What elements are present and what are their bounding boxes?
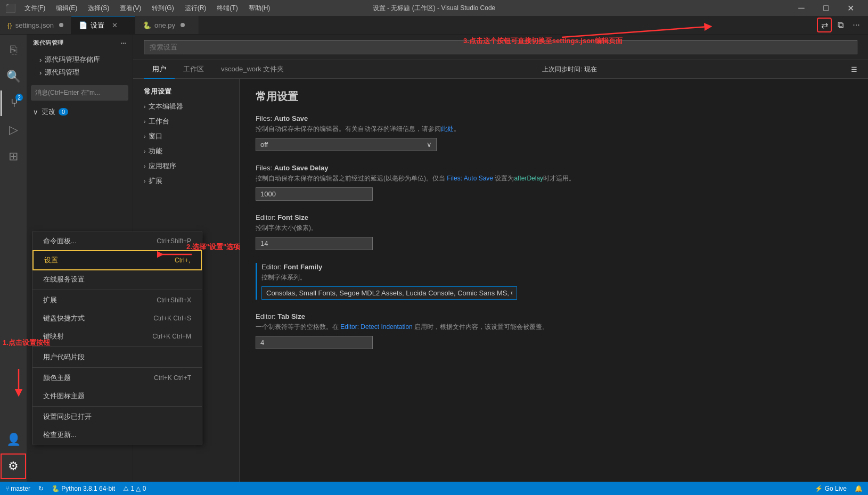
commit-message-box[interactable]: 消息(Ctrl+Enter 在"m... [31,85,128,101]
sidebar-search[interactable]: 🔍 [1,64,26,89]
tab-settings-json[interactable]: {} settings.json [0,16,71,34]
menu-user-snippets[interactable]: 用户代码片段 [32,348,202,366]
more-actions-button[interactable]: ··· [849,18,864,32]
go-live-button[interactable]: ⚡ Go Live [815,485,847,492]
menu-view[interactable]: 查看(V) [116,3,145,14]
python-version[interactable]: 🐍 Python 3.8.1 64-bit [52,485,115,492]
search-icon: 🔍 [6,70,21,84]
tab-settings[interactable]: 📄 设置 ✕ [71,16,135,34]
font-family-bold: Font Family [283,263,322,271]
nav-extensions[interactable]: › 扩展 [133,174,239,188]
menu-command-palette[interactable]: 命令面板... Ctrl+Shift+P [32,232,202,250]
menu-terminal[interactable]: 终端(T) [212,3,242,14]
sidebar-source-control[interactable]: ⑂ 2 [1,90,26,116]
keymaps-shortcut: Ctrl+K Ctrl+M [152,333,191,340]
tabbar-actions: ⇄ ⧉ ··· [817,16,868,34]
color-theme-shortcut: Ctrl+K Ctrl+T [154,374,191,382]
sidebar-settings-gear[interactable]: ⚙ [1,453,26,479]
sidebar-extensions[interactable]: ⊞ [1,144,26,169]
source-repo[interactable]: › 源代码管理存储库 [27,53,133,66]
menu-file[interactable]: 文件(F) [20,3,50,14]
auto-save-value: off [260,141,268,148]
sidebar-explorer[interactable]: ⎘ [1,37,26,63]
font-family-prefix: Editor: [261,263,283,271]
settings-search-input[interactable] [144,40,857,54]
detect-indentation-link[interactable]: Editor: Detect Indentation [340,323,412,331]
tab-one-py[interactable]: 🐍 one.py [135,16,199,34]
tabbar: {} settings.json 📄 设置 ✕ 🐍 one.py ⇄ ⧉ ··· [0,16,868,35]
settings-icon: 📄 [79,21,87,29]
menu-extensions[interactable]: 扩展 Ctrl+Shift+X [32,291,202,309]
menu-goto[interactable]: 转到(G) [148,3,178,14]
tab-folder[interactable]: vscode_work 文件夹 [212,60,292,79]
menu-settings-sync[interactable]: 设置同步已打开 [32,408,202,426]
menu-help[interactable]: 帮助(H) [244,3,275,14]
file-icon-theme-label: 文件图标主题 [43,391,85,401]
delay-prefix: Files: [256,164,274,172]
tab-size-input[interactable] [256,336,373,349]
gear-icon: ⚙ [8,459,19,473]
auto-save-delay-desc: 控制自动保存未保存的编辑器之前经过的延迟(以毫秒为单位)。仅当 Files: A… [256,174,852,183]
settings-tabs-bar: 用户 工作区 vscode_work 文件夹 上次同步时间: 现在 ☰ [133,60,868,79]
sidebar-account[interactable]: 👤 [1,427,26,452]
menu-check-updates[interactable]: 检查更新... [32,426,202,444]
files-auto-save-link[interactable]: Files: Auto Save [447,175,493,182]
nav-common[interactable]: 常用设置 [133,84,239,99]
settings-dropdown-menu: 命令面板... Ctrl+Shift+P 设置 Ctrl+, 在线服务设置 扩展… [32,232,202,444]
tab-size-desc: 一个制表符等于的空格数。在 Editor: Detect Indentation… [256,323,852,332]
run-icon: ▷ [9,123,18,137]
filter-icon[interactable]: ☰ [851,65,857,73]
nav-workbench[interactable]: › 工作台 [133,114,239,129]
nav-text-editor[interactable]: › 文本编辑器 [133,99,239,114]
git-branch[interactable]: ⑂ master [5,485,30,492]
tab-workspace[interactable]: 工作区 [175,60,212,79]
maximize-button[interactable]: □ [814,0,838,16]
problems-count[interactable]: ⚠ 1 △ 0 [123,485,146,492]
extensions-shortcut: Ctrl+Shift+X [157,296,191,304]
online-services-label: 在线服务设置 [43,275,85,284]
font-family-label: Editor: Font Family [261,263,852,271]
source-control-badge: 2 [15,94,23,101]
menu-keymaps[interactable]: 键映射 Ctrl+K Ctrl+M [32,327,202,345]
titlebar-title: 设置 - 无标题 (工作区) - Visual Studio Code [373,4,496,13]
changes-header[interactable]: ∨ 更改 0 [27,105,133,119]
more-options-icon[interactable]: ··· [120,40,126,46]
notifications-icon[interactable]: 🔔 [855,485,863,492]
split-editor-button[interactable]: ⧉ [833,18,848,32]
minimize-button[interactable]: ─ [789,0,814,16]
one-py-icon: 🐍 [143,21,151,29]
statusbar: ⑂ master ↻ 🐍 Python 3.8.1 64-bit ⚠ 1 △ 0… [0,482,868,495]
menu-run[interactable]: 运行(R) [181,3,211,14]
close-button[interactable]: ✕ [838,0,863,16]
extensions-icon: ⊞ [9,150,18,163]
sync-icon[interactable]: ↻ [38,485,44,492]
menu-color-theme[interactable]: 颜色主题 Ctrl+K Ctrl+T [32,369,202,387]
menu-online-services[interactable]: 在线服务设置 [32,270,202,288]
sidebar-run[interactable]: ▷ [1,117,26,143]
menu-file-icon-theme[interactable]: 文件图标主题 [32,387,202,405]
auto-save-select[interactable]: off ∨ [256,138,437,151]
open-settings-json-button[interactable]: ⇄ [817,18,832,32]
font-size-label: Editor: Font Size [256,213,852,221]
auto-save-link[interactable]: 此处 [441,125,454,133]
source-control-item[interactable]: › 源代码管理 [27,66,133,79]
menu-keyboard-shortcuts[interactable]: 键盘快捷方式 Ctrl+K Ctrl+S [32,309,202,327]
nav-features[interactable]: › 功能 [133,144,239,159]
keymaps-label: 键映射 [43,332,64,341]
setting-auto-save-delay: Files: Auto Save Delay 控制自动保存未保存的编辑器之前经过… [256,164,852,201]
font-family-input[interactable] [261,286,517,300]
nav-application[interactable]: › 应用程序 [133,159,239,174]
menu-select[interactable]: 选择(S) [84,3,113,14]
setting-font-size: Editor: Font Size 控制字体大小(像素)。 [256,213,852,250]
auto-save-delay-input[interactable] [256,187,373,201]
tab-user[interactable]: 用户 [144,60,175,79]
settings-close[interactable]: ✕ [112,21,118,29]
commit-message-text: 消息(Ctrl+Enter 在"m... [35,89,100,96]
settings-main: 用户 工作区 vscode_work 文件夹 上次同步时间: 现在 ☰ 常用设置… [133,35,868,482]
settings-section-title: 常用设置 [256,89,852,104]
nav-window[interactable]: › 窗口 [133,129,239,144]
menu-settings[interactable]: 设置 Ctrl+, [32,250,202,270]
source-control-label: 源代码管理 [33,39,64,47]
menu-edit[interactable]: 编辑(E) [52,3,81,14]
font-size-input[interactable] [256,237,373,250]
